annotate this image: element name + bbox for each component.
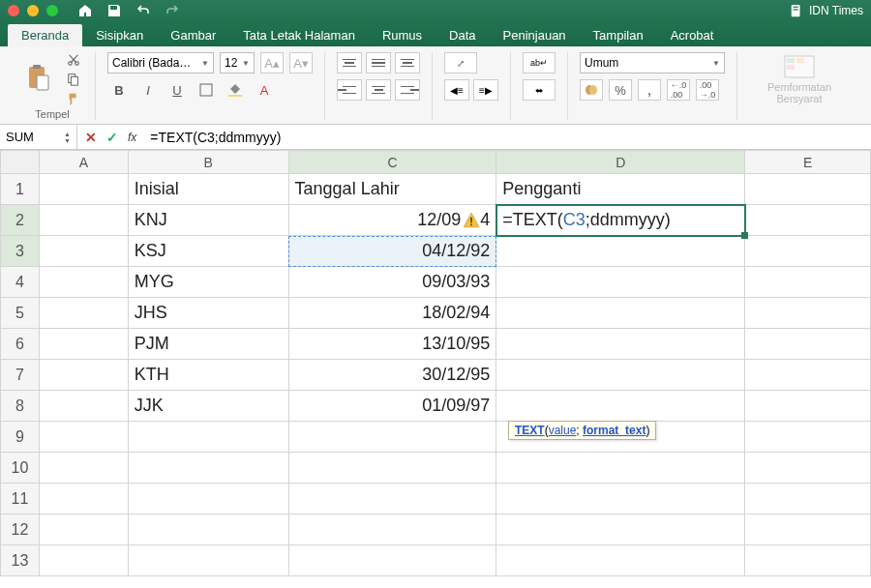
merge-button[interactable]: ⬌	[523, 79, 556, 101]
cell-d8[interactable]	[496, 391, 745, 422]
warning-icon[interactable]	[463, 213, 480, 228]
select-all-corner[interactable]	[1, 151, 40, 174]
cell-e5[interactable]	[745, 298, 871, 329]
cell-d5[interactable]	[496, 298, 745, 329]
col-header-d[interactable]: D	[496, 151, 745, 174]
cell-b3[interactable]: KSJ	[128, 236, 288, 267]
row-header-5[interactable]: 5	[1, 298, 40, 329]
tab-data[interactable]: Data	[436, 24, 489, 46]
cell-a13[interactable]	[39, 545, 128, 576]
cell-c2[interactable]: 12/094	[288, 205, 496, 236]
close-window-button[interactable]	[8, 5, 19, 16]
fill-handle[interactable]	[741, 232, 748, 239]
number-format-combo[interactable]: Umum▼	[580, 52, 725, 74]
row-header-1[interactable]: 1	[1, 174, 40, 205]
cell-b9[interactable]	[128, 422, 288, 453]
col-header-b[interactable]: B	[128, 151, 288, 174]
minimize-window-button[interactable]	[27, 5, 39, 16]
cell-b7[interactable]: KTH	[128, 360, 288, 391]
row-header-13[interactable]: 13	[1, 545, 40, 576]
italic-button[interactable]: I	[136, 79, 160, 101]
cell-e13[interactable]	[745, 545, 871, 576]
cell-e9[interactable]	[745, 422, 871, 453]
cell-a9[interactable]	[39, 422, 128, 453]
cell-a4[interactable]	[39, 267, 128, 298]
tooltip-arg2-link[interactable]: format_text	[583, 424, 646, 437]
cell-e6[interactable]	[745, 329, 871, 360]
row-header-4[interactable]: 4	[1, 267, 40, 298]
cell-a3[interactable]	[39, 236, 128, 267]
cell-e11[interactable]	[745, 484, 871, 514]
tab-tata-letak[interactable]: Tata Letak Halaman	[229, 24, 369, 46]
comma-button[interactable]: ,	[638, 79, 661, 101]
cell-b10[interactable]	[128, 453, 288, 484]
font-name-combo[interactable]: Calibri (Bada…▼	[107, 52, 214, 74]
underline-button[interactable]: U	[165, 79, 189, 101]
cell-e10[interactable]	[745, 453, 871, 484]
row-header-6[interactable]: 6	[1, 329, 40, 360]
row-header-9[interactable]: 9	[1, 422, 40, 453]
copy-button[interactable]	[64, 72, 83, 87]
cell-e4[interactable]	[745, 267, 871, 298]
row-header-8[interactable]: 8	[1, 391, 40, 422]
increase-decimal-button[interactable]: ←.0.00	[667, 79, 690, 101]
align-center-button[interactable]	[366, 79, 391, 101]
cell-c8[interactable]: 01/09/97	[288, 391, 496, 422]
cell-d6[interactable]	[496, 329, 745, 360]
decrease-font-button[interactable]: A▾	[289, 52, 313, 74]
cell-c3[interactable]: 04/12/92	[288, 236, 496, 267]
align-right-button[interactable]	[395, 79, 420, 101]
cell-c12[interactable]	[288, 514, 496, 545]
cell-d7[interactable]	[496, 360, 745, 391]
tooltip-fn-link[interactable]: TEXT	[515, 424, 545, 437]
row-header-12[interactable]: 12	[1, 514, 40, 545]
paste-button[interactable]	[21, 52, 56, 103]
cell-b13[interactable]	[128, 545, 288, 576]
fill-color-button[interactable]	[224, 79, 247, 101]
cell-a8[interactable]	[39, 391, 128, 422]
border-button[interactable]	[195, 79, 218, 101]
cell-a6[interactable]	[39, 329, 128, 360]
cell-d12[interactable]	[496, 514, 745, 545]
cell-b1[interactable]: Inisial	[128, 174, 288, 205]
cell-b11[interactable]	[128, 484, 288, 514]
spreadsheet-grid[interactable]: A B C D E 1 Inisial Tanggal Lahir Pengga…	[0, 150, 871, 576]
tab-peninjauan[interactable]: Peninjauan	[490, 24, 580, 46]
increase-indent-button[interactable]: ≡▶	[473, 79, 498, 101]
cell-b2[interactable]: KNJ	[128, 205, 288, 236]
redo-icon[interactable]	[165, 3, 180, 18]
cell-b12[interactable]	[128, 514, 288, 545]
tooltip-arg1-link[interactable]: value	[549, 424, 577, 437]
cell-c7[interactable]: 30/12/95	[288, 360, 496, 391]
cell-e8[interactable]	[745, 391, 871, 422]
cell-d10[interactable]	[496, 453, 745, 484]
currency-button[interactable]	[580, 79, 603, 101]
tab-gambar[interactable]: Gambar	[157, 24, 229, 46]
cell-c6[interactable]: 13/10/95	[288, 329, 496, 360]
cell-e1[interactable]	[745, 174, 871, 205]
cell-a10[interactable]	[39, 453, 128, 484]
align-top-button[interactable]	[337, 52, 362, 74]
decrease-decimal-button[interactable]: .00→.0	[696, 79, 719, 101]
undo-icon[interactable]	[135, 3, 151, 18]
tab-rumus[interactable]: Rumus	[369, 24, 436, 46]
orientation-button[interactable]: ⤢	[444, 52, 477, 74]
col-header-e[interactable]: E	[745, 151, 871, 174]
formula-input[interactable]: =TEXT(C3;ddmmyyy)	[144, 125, 871, 149]
cell-a1[interactable]	[39, 174, 128, 205]
row-header-7[interactable]: 7	[1, 360, 40, 391]
save-icon[interactable]	[106, 3, 122, 18]
home-icon[interactable]	[77, 3, 93, 18]
format-painter-button[interactable]	[64, 91, 83, 106]
cell-b4[interactable]: MYG	[128, 267, 288, 298]
font-color-button[interactable]: A	[253, 79, 276, 101]
tab-sisipkan[interactable]: Sisipkan	[82, 24, 157, 46]
cell-a12[interactable]	[39, 514, 128, 545]
align-middle-button[interactable]	[366, 52, 391, 74]
cell-c4[interactable]: 09/03/93	[288, 267, 496, 298]
cut-button[interactable]	[64, 52, 83, 68]
cell-d11[interactable]	[496, 484, 745, 514]
cell-a2[interactable]	[39, 205, 128, 236]
cell-c5[interactable]: 18/02/94	[288, 298, 496, 329]
cell-e7[interactable]	[745, 360, 871, 391]
